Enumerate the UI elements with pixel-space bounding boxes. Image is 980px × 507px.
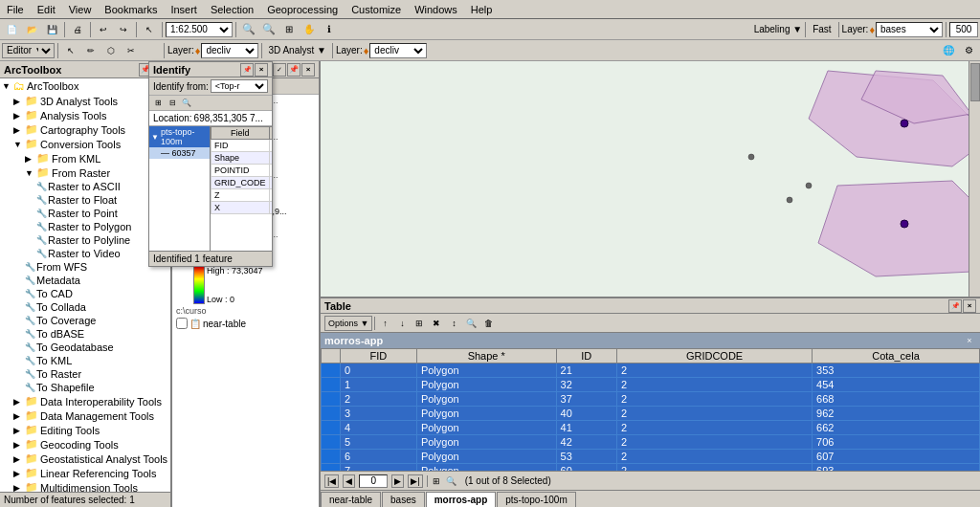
nav-first-btn[interactable]: |◀ (324, 474, 339, 488)
table-layer-close-btn[interactable]: × (963, 334, 976, 347)
layer-select-1[interactable]: bases (876, 22, 943, 37)
tree-item-tocoverage[interactable]: 🔧 To Coverage (0, 314, 170, 327)
table-row[interactable]: 7 Polygon 60 2 693 (322, 464, 980, 472)
tree-item-togeodata[interactable]: 🔧 To Geodatabase (0, 341, 170, 354)
nav-prev-btn[interactable]: ◀ (343, 474, 355, 488)
table-scroll-area[interactable]: FID Shape * ID GRIDCODE Cota_cela 0 Poly… (321, 348, 980, 471)
layer-select-decliv[interactable]: decliv (201, 43, 258, 58)
identify-tool-btn1[interactable]: ⊞ (151, 97, 165, 110)
nav-last-btn[interactable]: ▶| (408, 474, 422, 488)
tree-item-multidim[interactable]: ▶ 📁 Multidimension Tools (0, 480, 170, 492)
tree-item-raster-float[interactable]: 🔧 Raster to Float (0, 193, 170, 207)
editor-dropdown[interactable]: Editor ▼ (2, 43, 55, 58)
table-row[interactable]: 5 Polygon 42 2 706 (322, 435, 980, 450)
table-row[interactable]: 3 Polygon 40 2 962 (322, 407, 980, 421)
tree-item-metadata[interactable]: 🔧 Metadata (0, 274, 170, 287)
tree-item-fromkml[interactable]: ▶ 📁 From KML (0, 151, 170, 165)
tree-item-toshape[interactable]: 🔧 To Shapefile (0, 381, 170, 394)
table-delete-btn[interactable]: 🗑 (480, 316, 496, 331)
layer-select-decliv2[interactable]: decliv (369, 43, 427, 58)
tree-item-datamgmt[interactable]: ▶ 📁 Data Management Tools (0, 408, 170, 423)
table-row[interactable]: 2 Polygon 37 2 668 (322, 392, 980, 407)
map-point-1[interactable] (901, 120, 908, 127)
tree-item-raster-polyline[interactable]: 🔧 Raster to Polyline (0, 233, 170, 247)
col-cota[interactable]: Cota_cela (813, 349, 980, 364)
nav-current-input[interactable] (359, 474, 388, 488)
tree-item-raster-point[interactable]: 🔧 Raster to Point (0, 207, 170, 220)
zoom-val-input[interactable] (949, 22, 978, 37)
menu-bookmarks[interactable]: Bookmarks (98, 3, 164, 16)
menu-insert[interactable]: Insert (164, 3, 204, 16)
nav-show-sel-btn[interactable]: ⊞ (432, 474, 441, 488)
tree-item-tocad[interactable]: 🔧 To CAD (0, 287, 170, 300)
map-point-2[interactable] (901, 220, 908, 228)
reshape-btn[interactable]: ⬡ (101, 42, 121, 59)
undo-btn[interactable]: ↩ (94, 21, 113, 38)
tree-item-conversion[interactable]: ▼ 📁 Conversion Tools (0, 137, 170, 151)
toc-group-neartable[interactable]: 📋 near-table (172, 317, 319, 330)
map-polygon-2[interactable] (818, 181, 980, 276)
table-switch-btn[interactable]: ↕ (446, 316, 461, 331)
menu-selection[interactable]: Selection (204, 3, 260, 16)
tree-item-3d[interactable]: ▶ 📁 3D Analyst Tools (0, 94, 170, 108)
table-close-btn[interactable]: × (963, 299, 976, 313)
tree-item-editing[interactable]: ▶ 📁 Editing Tools (0, 423, 170, 437)
table-select-btn[interactable]: ⊞ (412, 316, 427, 331)
print-btn[interactable]: 🖨 (68, 21, 87, 38)
table-clear-btn[interactable]: ✖ (429, 316, 444, 331)
toc-sel-btn[interactable]: ✓ (273, 63, 286, 77)
identify-pin-btn[interactable]: 📌 (240, 63, 254, 77)
menu-geoprocessing[interactable]: Geoprocessing (260, 3, 345, 16)
identify-tool-btn3[interactable]: 🔍 (180, 97, 193, 110)
tree-item-geocoding[interactable]: ▶ 📁 Geocoding Tools (0, 437, 170, 452)
redo-btn[interactable]: ↪ (114, 21, 133, 38)
table-pin-btn[interactable]: 📌 (948, 299, 962, 313)
arc-catalog-btn[interactable]: 🌐 (939, 42, 958, 59)
toc-close-btn[interactable]: × (301, 63, 315, 77)
pan-btn[interactable]: ✋ (300, 21, 319, 38)
tree-item-tokml[interactable]: 🔧 To KML (0, 354, 170, 367)
tab-morros[interactable]: morros-app (426, 492, 497, 507)
tree-item-carto[interactable]: ▶ 📁 Cartography Tools (0, 122, 170, 137)
table-zoom-sel-btn[interactable]: 🔍 (463, 316, 479, 331)
table-sort-asc-btn[interactable]: ↑ (377, 316, 392, 331)
table-row[interactable]: 6 Polygon 53 2 607 (322, 450, 980, 464)
col-gridcode[interactable]: GRIDCODE (617, 349, 813, 364)
cut-btn[interactable]: ✂ (122, 42, 141, 59)
tree-item-datainterop[interactable]: ▶ 📁 Data Interoperability Tools (0, 394, 170, 408)
tree-item-arctoolbox[interactable]: ▼ 🗂 ArcToolbox (0, 78, 170, 94)
open-btn[interactable]: 📂 (22, 21, 41, 38)
menu-help[interactable]: Help (464, 3, 500, 16)
pointer-btn[interactable]: ↖ (140, 21, 159, 38)
menu-view[interactable]: View (62, 3, 99, 16)
tab-neartable[interactable]: near-table (321, 492, 381, 507)
toc-pin-btn[interactable]: 📌 (287, 63, 301, 77)
save-btn[interactable]: 💾 (42, 21, 61, 38)
table-options-btn[interactable]: Options ▼ (324, 316, 372, 331)
menu-windows[interactable]: Windows (408, 3, 464, 16)
col-shape[interactable]: Shape * (416, 349, 556, 364)
tree-item-fromwfs[interactable]: 🔧 From WFS (0, 260, 170, 274)
identify-tool-btn2[interactable]: ⊟ (166, 97, 179, 110)
neartable-checkbox[interactable] (176, 318, 188, 329)
menu-customize[interactable]: Customize (345, 3, 408, 16)
edit-tool2-btn[interactable]: ✏ (81, 42, 100, 59)
tree-item-tocollada[interactable]: 🔧 To Collada (0, 300, 170, 314)
scale-dropdown[interactable]: 1:62.500 (166, 22, 233, 37)
tree-item-toraster[interactable]: 🔧 To Raster (0, 367, 170, 381)
tab-pts[interactable]: pts-topo-100m (497, 492, 575, 507)
menu-file[interactable]: File (0, 3, 31, 16)
arc-toolbox-btn2[interactable]: ⚙ (959, 42, 978, 59)
identify-pts-node[interactable]: ▼ pts-topo-100m (149, 126, 210, 147)
identify-btn[interactable]: ℹ (320, 21, 339, 38)
table-row[interactable]: 1 Polygon 32 2 454 (322, 378, 980, 392)
tree-item-raster-video[interactable]: 🔧 Raster to Video (0, 247, 170, 260)
menu-edit[interactable]: Edit (31, 3, 62, 16)
col-id[interactable]: ID (556, 349, 616, 364)
tab-bases[interactable]: bases (382, 492, 425, 507)
zoom-in-btn[interactable]: 🔍 (239, 21, 258, 38)
nav-zoom-btn[interactable]: 🔍 (445, 474, 457, 488)
identify-from-select[interactable]: <Top-r (211, 79, 268, 93)
identify-close-btn[interactable]: × (255, 63, 268, 77)
tree-item-linearref[interactable]: ▶ 📁 Linear Referencing Tools (0, 466, 170, 480)
